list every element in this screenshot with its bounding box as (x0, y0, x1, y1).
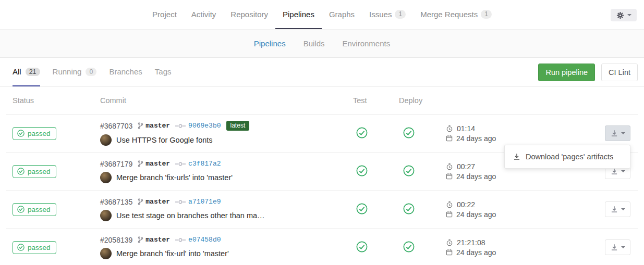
ci-sub-nav: Pipelines Builds Environments (0, 30, 644, 58)
pipeline-id-link[interactable]: #3687179 (100, 160, 132, 168)
test-stage-passed-icon[interactable] (356, 165, 368, 176)
header-commit: Commit (100, 96, 353, 105)
subnav-item-pipelines[interactable]: Pipelines (245, 39, 295, 48)
project-nav: Project Activity Repository Pipelines Gr… (0, 0, 644, 30)
commit-sha-link[interactable]: e07458d0 (175, 236, 221, 244)
artifacts-download-button[interactable] (605, 239, 630, 255)
filter-tabs: All 21 Running 0 Branches Tags (6, 58, 177, 86)
gear-icon (616, 11, 624, 19)
deploy-stage-passed-icon[interactable] (403, 203, 415, 214)
sha-label: c3f817a2 (188, 160, 221, 168)
caret-down-icon (627, 14, 631, 16)
pipeline-id-link[interactable]: #3687135 (100, 198, 132, 206)
nav-item-repository[interactable]: Repository (223, 0, 275, 29)
caret-down-icon (621, 246, 625, 248)
status-cell: passed (6, 203, 100, 216)
tab-running[interactable]: Running 0 (53, 58, 97, 86)
project-settings-dropdown-button[interactable] (611, 9, 637, 21)
check-circle-icon (17, 244, 25, 251)
commit-cell: #3687179 master (100, 160, 353, 183)
commit-icon (175, 161, 186, 167)
calendar-icon (446, 249, 453, 256)
pipeline-age: 24 days ago (456, 210, 496, 219)
tab-all[interactable]: All 21 (13, 58, 40, 86)
commit-cell: #2058139 master (100, 236, 353, 259)
status-badge[interactable]: passed (13, 127, 56, 140)
header-test: Test (353, 96, 399, 105)
download-icon (611, 244, 618, 251)
commit-message-link[interactable]: Merge branch 'fix-urls' into 'master' (116, 173, 233, 182)
deploy-stage-passed-icon[interactable] (403, 241, 415, 253)
test-stage-passed-icon[interactable] (356, 127, 368, 138)
tab-label: All (13, 67, 21, 76)
check-circle-icon (17, 130, 25, 137)
deploy-stage-cell (399, 203, 445, 216)
branch-link[interactable]: master (138, 236, 170, 244)
test-stage-passed-icon[interactable] (356, 203, 368, 214)
artifacts-dropdown-item[interactable]: Download 'pages' artifacts (505, 148, 630, 165)
commit-message-link[interactable]: Merge branch 'fix-url' into 'master' (116, 249, 229, 258)
branch-name: master (145, 236, 170, 244)
artifacts-dropdown-menu: Download 'pages' artifacts (504, 145, 630, 169)
commit-cell: #3687703 master (100, 121, 353, 146)
tab-branches[interactable]: Branches (109, 58, 142, 86)
ci-lint-button[interactable]: CI Lint (601, 64, 638, 81)
committer-avatar[interactable] (100, 248, 112, 259)
merge-requests-count-badge: 1 (481, 10, 492, 19)
pipeline-id-link[interactable]: #3687703 (100, 122, 132, 130)
artifacts-download-button[interactable] (605, 125, 630, 141)
branch-link[interactable]: master (138, 198, 170, 206)
tab-tags[interactable]: Tags (155, 58, 172, 86)
subnav-item-builds[interactable]: Builds (295, 39, 334, 48)
artifacts-download-button[interactable] (605, 201, 630, 217)
branch-icon (138, 122, 143, 129)
commit-message-link[interactable]: Use HTTPS for Google fonts (116, 136, 213, 144)
subnav-item-environments[interactable]: Environments (334, 39, 399, 48)
commit-sha-link[interactable]: c3f817a2 (175, 160, 221, 168)
sha-label: 9069e3b0 (188, 122, 221, 130)
commit-sha-link[interactable]: 9069e3b0 (175, 122, 221, 130)
deploy-stage-passed-icon[interactable] (403, 165, 415, 176)
nav-item-label: Merge Requests (420, 10, 478, 19)
test-stage-cell (353, 127, 399, 140)
nav-item-graphs[interactable]: Graphs (322, 0, 362, 29)
sha-label: e07458d0 (188, 236, 221, 244)
timer-icon (446, 125, 453, 132)
calendar-icon (446, 135, 453, 142)
test-stage-cell (353, 241, 399, 254)
nav-item-merge-requests[interactable]: Merge Requests 1 (413, 0, 499, 29)
commit-sha-link[interactable]: a71071e9 (175, 198, 221, 206)
status-badge[interactable]: passed (13, 241, 56, 254)
download-icon (611, 206, 618, 213)
deploy-stage-passed-icon[interactable] (403, 127, 415, 138)
deploy-stage-cell (399, 241, 445, 254)
branch-link[interactable]: master (138, 122, 170, 130)
pipeline-row: passed #3687135 master (6, 191, 638, 229)
branch-icon (138, 160, 143, 167)
nav-item-pipelines[interactable]: Pipelines (275, 0, 322, 29)
status-badge[interactable]: passed (13, 203, 56, 216)
nav-item-issues[interactable]: Issues 1 (362, 0, 413, 29)
committer-avatar[interactable] (100, 134, 112, 146)
committer-avatar[interactable] (100, 210, 112, 221)
table-header: Status Commit Test Deploy (6, 87, 638, 115)
status-badge[interactable]: passed (13, 165, 56, 178)
commit-icon (175, 199, 186, 205)
actions-cell: Download 'pages' artifacts (523, 115, 638, 152)
deploy-stage-cell (399, 127, 445, 140)
committer-avatar[interactable] (100, 172, 112, 183)
nav-item-activity[interactable]: Activity (184, 0, 224, 29)
latest-badge: latest (226, 121, 250, 131)
commit-message-link[interactable]: Use test stage on branches other than ma… (116, 211, 265, 220)
status-label: passed (28, 130, 51, 137)
caret-down-icon (621, 170, 625, 172)
branch-link[interactable]: master (138, 160, 170, 168)
test-stage-passed-icon[interactable] (356, 241, 368, 253)
status-cell: passed (6, 165, 100, 178)
nav-item-project[interactable]: Project (145, 0, 184, 29)
toolbar-actions: Run pipeline CI Lint (538, 64, 638, 81)
commit-cell: #3687135 master (100, 198, 353, 221)
run-pipeline-button[interactable]: Run pipeline (538, 64, 595, 81)
pipeline-id-link[interactable]: #2058139 (100, 236, 132, 244)
status-cell: passed (6, 241, 100, 254)
